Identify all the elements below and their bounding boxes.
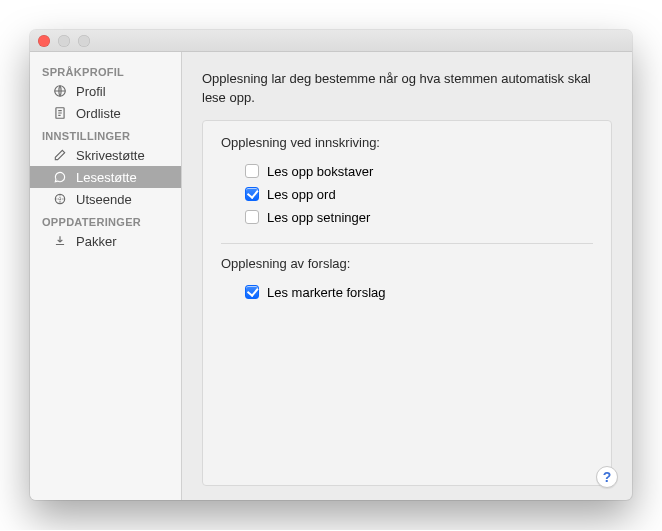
checkbox-letters[interactable] (245, 164, 259, 178)
sidebar: SPRÅKPROFIL Profil Ordliste INNSTILLINGE… (30, 52, 182, 500)
sidebar-item-utseende[interactable]: Utseende (30, 188, 181, 210)
help-icon: ? (603, 469, 612, 485)
speech-icon (52, 169, 68, 185)
sidebar-section-header: OPPDATERINGER (30, 210, 181, 230)
divider (221, 243, 593, 244)
group-label-suggestions: Opplesning av forslag: (221, 256, 593, 271)
sidebar-item-ordliste[interactable]: Ordliste (30, 102, 181, 124)
download-icon (52, 233, 68, 249)
sidebar-item-label: Profil (76, 84, 106, 99)
preferences-window: SPRÅKPROFIL Profil Ordliste INNSTILLINGE… (30, 30, 632, 500)
settings-panel: Opplesning ved innskriving: Les opp boks… (202, 120, 612, 486)
zoom-icon[interactable] (78, 35, 90, 47)
sidebar-item-label: Pakker (76, 234, 116, 249)
sidebar-item-profil[interactable]: Profil (30, 80, 181, 102)
sidebar-item-label: Utseende (76, 192, 132, 207)
close-icon[interactable] (38, 35, 50, 47)
checkbox-label: Les opp setninger (267, 210, 370, 225)
sidebar-section-header: SPRÅKPROFIL (30, 60, 181, 80)
checkbox-label: Les markerte forslag (267, 285, 386, 300)
checkbox-row-words[interactable]: Les opp ord (221, 183, 593, 206)
edit-icon (52, 147, 68, 163)
sidebar-item-label: Lesestøtte (76, 170, 137, 185)
globe-icon (52, 83, 68, 99)
appearance-icon (52, 191, 68, 207)
checkbox-suggestions[interactable] (245, 285, 259, 299)
checkbox-row-letters[interactable]: Les opp bokstaver (221, 160, 593, 183)
help-button[interactable]: ? (596, 466, 618, 488)
sidebar-item-pakker[interactable]: Pakker (30, 230, 181, 252)
sidebar-item-lesestotte[interactable]: Lesestøtte (30, 166, 181, 188)
sidebar-item-label: Skrivestøtte (76, 148, 145, 163)
checkbox-row-sentences[interactable]: Les opp setninger (221, 206, 593, 229)
checkbox-words[interactable] (245, 187, 259, 201)
group-label-typing: Opplesning ved innskriving: (221, 135, 593, 150)
sidebar-item-skrivestotte[interactable]: Skrivestøtte (30, 144, 181, 166)
checkbox-row-suggestions[interactable]: Les markerte forslag (221, 281, 593, 304)
checkbox-label: Les opp bokstaver (267, 164, 373, 179)
checkbox-sentences[interactable] (245, 210, 259, 224)
checkbox-label: Les opp ord (267, 187, 336, 202)
content-pane: Opplesning lar deg bestemme når og hva s… (182, 52, 632, 500)
document-icon (52, 105, 68, 121)
titlebar (30, 30, 632, 52)
sidebar-item-label: Ordliste (76, 106, 121, 121)
description-text: Opplesning lar deg bestemme når og hva s… (202, 70, 612, 108)
sidebar-section-header: INNSTILLINGER (30, 124, 181, 144)
minimize-icon[interactable] (58, 35, 70, 47)
